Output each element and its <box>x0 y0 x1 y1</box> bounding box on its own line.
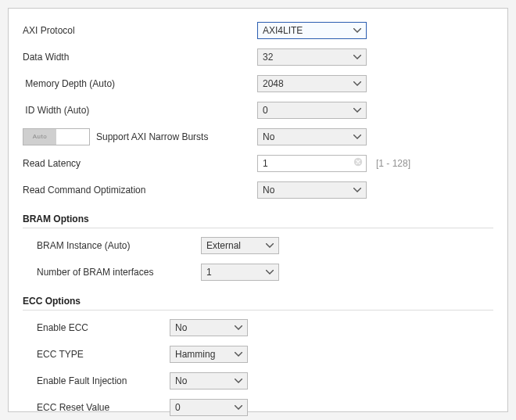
select-narrow-bursts[interactable]: No <box>257 128 367 145</box>
chevron-down-icon <box>235 352 242 357</box>
hint-read-latency: [1 - 128] <box>367 158 493 169</box>
row-ecc-fault: Enable Fault Injection No <box>37 372 493 390</box>
label-read-cmd-opt: Read Command Optimization <box>23 185 257 196</box>
label-memory-depth: Memory Depth (Auto) <box>23 78 257 89</box>
label-narrow-bursts: Support AXI Narrow Bursts <box>96 131 208 142</box>
row-data-width: Data Width 32 <box>23 48 493 66</box>
chevron-down-icon <box>353 108 361 113</box>
chevron-down-icon <box>353 188 361 192</box>
select-read-cmd-opt-value: No <box>263 185 274 196</box>
select-narrow-bursts-value: No <box>263 131 274 142</box>
chevron-down-icon <box>235 379 242 383</box>
row-bram-num-if: Number of BRAM interfaces 1 <box>37 263 493 282</box>
select-id-width[interactable]: 0 <box>257 102 367 119</box>
section-title-ecc: ECC Options <box>23 296 493 307</box>
select-ecc-enable-value: No <box>175 322 187 333</box>
chevron-down-icon <box>266 270 274 275</box>
select-ecc-type[interactable]: Hamming <box>170 346 248 363</box>
config-panel: AXI Protocol AXI4LITE Data Width 32 <box>8 8 508 412</box>
chevron-down-icon <box>235 325 242 330</box>
select-memory-depth-value: 2048 <box>263 78 284 89</box>
row-id-width: ID Width (Auto) 0 <box>23 101 493 120</box>
label-ecc-enable: Enable ECC <box>37 322 170 333</box>
select-ecc-reset[interactable]: 0 <box>170 399 248 416</box>
input-read-latency[interactable]: 1 <box>257 155 367 172</box>
input-read-latency-value: 1 <box>263 158 268 169</box>
label-data-width: Data Width <box>23 52 257 63</box>
row-ecc-reset: ECC Reset Value 0 <box>37 398 493 417</box>
select-axi-protocol[interactable]: AXI4LITE <box>257 22 367 39</box>
row-ecc-type: ECC TYPE Hamming <box>37 345 493 364</box>
section-title-bram: BRAM Options <box>23 214 493 224</box>
clear-icon[interactable] <box>353 156 363 171</box>
row-bram-instance: BRAM Instance (Auto) External <box>37 236 493 255</box>
select-ecc-fault[interactable]: No <box>170 372 248 389</box>
row-narrow-bursts: Auto Support AXI Narrow Bursts No <box>23 127 493 146</box>
chevron-down-icon <box>353 81 361 86</box>
chevron-down-icon <box>353 135 361 139</box>
label-read-latency: Read Latency <box>23 158 257 169</box>
row-ecc-enable: Enable ECC No <box>37 318 493 337</box>
select-data-width[interactable]: 32 <box>257 48 367 66</box>
divider <box>23 310 493 311</box>
label-ecc-fault: Enable Fault Injection <box>37 375 170 386</box>
row-read-cmd-opt: Read Command Optimization No <box>23 181 493 199</box>
select-bram-num-if[interactable]: 1 <box>201 264 279 281</box>
toggle-auto-narrow-bursts[interactable]: Auto <box>23 128 90 145</box>
label-bram-instance: BRAM Instance (Auto) <box>37 240 201 251</box>
row-axi-protocol: AXI Protocol AXI4LITE <box>23 21 493 40</box>
toggle-knob: Auto <box>23 129 56 145</box>
select-id-width-value: 0 <box>263 105 268 116</box>
label-ecc-type: ECC TYPE <box>37 349 170 360</box>
chevron-down-icon <box>353 55 361 59</box>
select-data-width-value: 32 <box>263 52 273 63</box>
chevron-down-icon <box>235 405 242 410</box>
select-axi-protocol-value: AXI4LITE <box>263 25 303 36</box>
select-bram-instance[interactable]: External <box>201 237 279 254</box>
select-ecc-type-value: Hamming <box>175 349 215 360</box>
label-bram-num-if: Number of BRAM interfaces <box>37 267 201 278</box>
select-memory-depth[interactable]: 2048 <box>257 75 367 92</box>
row-read-latency: Read Latency 1 [1 - 128] <box>23 154 493 173</box>
select-ecc-fault-value: No <box>175 375 187 386</box>
chevron-down-icon <box>353 28 361 33</box>
chevron-down-icon <box>266 243 274 248</box>
label-id-width: ID Width (Auto) <box>23 105 257 116</box>
label-axi-protocol: AXI Protocol <box>23 25 257 36</box>
select-bram-num-if-value: 1 <box>206 267 212 278</box>
divider <box>23 228 493 228</box>
select-read-cmd-opt[interactable]: No <box>257 181 367 199</box>
select-bram-instance-value: External <box>206 240 241 251</box>
select-ecc-reset-value: 0 <box>175 402 181 413</box>
select-ecc-enable[interactable]: No <box>170 319 248 336</box>
label-ecc-reset: ECC Reset Value <box>37 402 170 413</box>
row-memory-depth: Memory Depth (Auto) 2048 <box>23 74 493 93</box>
